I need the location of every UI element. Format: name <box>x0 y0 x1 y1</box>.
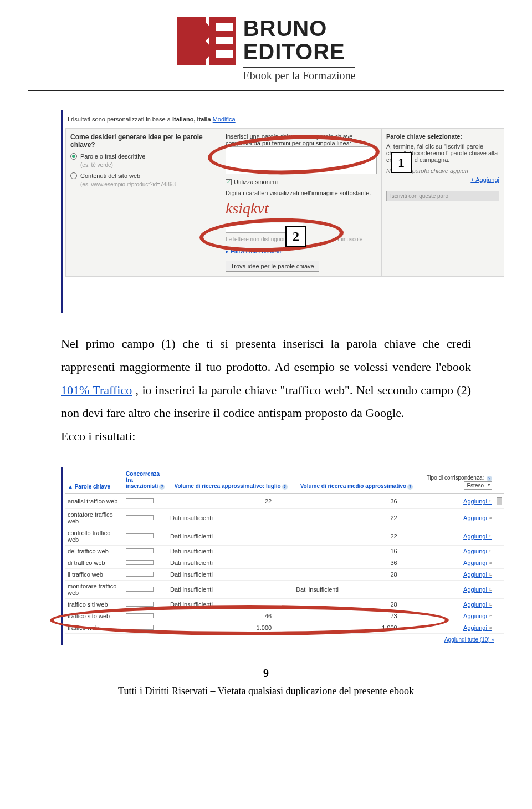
radio-icon <box>70 172 77 179</box>
copyright-text: Tutti i Diritti Riservati – Vietata qual… <box>0 685 532 697</box>
screenshot-results-table: ▲ Parole chiave Concorrenza tra inserzio… <box>61 467 504 645</box>
add-keyword-link[interactable]: Aggiungi ≈ <box>420 557 494 568</box>
vol-july-cell: Dati insufficienti <box>168 508 294 527</box>
help-icon[interactable]: ? <box>282 484 288 490</box>
add-keyword-link[interactable]: Aggiungi ≈ <box>420 580 494 598</box>
competition-cell <box>124 568 168 580</box>
scrollbar-track[interactable] <box>494 493 504 509</box>
competition-cell <box>124 580 168 598</box>
find-ideas-button[interactable]: Trova idee per le parole chiave <box>226 261 319 272</box>
scrollbar-track[interactable] <box>494 508 504 527</box>
keyword-cell: traffico web <box>65 622 124 633</box>
keyword-cell: traffico siti web <box>65 598 124 610</box>
synonyms-checkbox[interactable]: Utilizza sinonimi <box>226 179 377 185</box>
help-icon[interactable]: ? <box>407 484 413 490</box>
captcha-note-suffix: minuscole <box>337 236 362 242</box>
brand-line1: BRUNO <box>243 17 356 40</box>
competition-cell <box>124 493 168 509</box>
match-type-select[interactable]: Esteso <box>464 481 492 490</box>
vol-avg-cell: 22 <box>294 527 420 545</box>
keyword-cell: di traffico web <box>65 557 124 568</box>
scrollbar-track[interactable] <box>494 610 504 622</box>
vol-july-cell: 22 <box>168 493 294 509</box>
add-keyword-link[interactable]: Aggiungi ≈ <box>420 610 494 622</box>
personalization-prefix: I risultati sono personalizzati in base … <box>68 116 172 123</box>
input-instructions: Inserisci una parola chiave o una parola… <box>226 133 377 146</box>
vol-avg-cell: 73 <box>294 610 420 622</box>
table-row: del traffico webDati insufficienti16Aggi… <box>65 545 504 557</box>
scrollbar-track[interactable] <box>494 545 504 557</box>
competition-cell <box>124 610 168 622</box>
competition-cell <box>124 508 168 527</box>
para-segment-1: Nel primo campo (1) che ti si presenta i… <box>61 337 471 374</box>
keyword-method-panel: Come desideri generare idee per le parol… <box>65 128 221 277</box>
table-row: traffico web1.0001.000Aggiungi ≈ <box>65 622 504 633</box>
radio1-hint: (es. tè verde) <box>80 162 216 168</box>
scrollbar-track[interactable] <box>494 622 504 633</box>
screenshot-keyword-tool: I risultati sono personalizzati in base … <box>61 110 504 313</box>
header: BRUNO EDITORE Ebook per la Formazione <box>0 0 532 90</box>
scrollbar-track[interactable] <box>494 568 504 580</box>
page-number: 9 <box>0 667 532 680</box>
vol-july-cell: Dati insufficienti <box>168 568 294 580</box>
scrollbar-track[interactable] <box>494 580 504 598</box>
add-keyword-link[interactable]: Aggiungi ≈ <box>420 568 494 580</box>
add-keyword-link[interactable]: Aggiungi ≈ <box>420 598 494 610</box>
personalization-locale: Italiano, Italia <box>172 116 211 123</box>
brand-tagline: Ebook per la Formazione <box>243 67 356 82</box>
table-row: analisi traffico web2236Aggiungi ≈ <box>65 493 504 509</box>
para-results-intro: Ecco i risultati: <box>61 429 135 443</box>
add-keyword-link[interactable]: Aggiungi ≈ <box>420 527 494 545</box>
radio-label: Contenuti del sito web <box>80 172 140 179</box>
table-row: traffico sito web4673Aggiungi ≈ <box>65 610 504 622</box>
vol-avg-cell: 16 <box>294 545 420 557</box>
scrollbar-track[interactable] <box>494 527 504 545</box>
table-row: traffico siti webDati insufficienti28Agg… <box>65 598 504 610</box>
subscribe-button[interactable]: Iscriviti con queste paro <box>386 191 499 201</box>
add-keyword-link[interactable]: Aggiungi ≈ <box>420 622 494 633</box>
radio-descriptive-phrases[interactable]: Parole o frasi descrittive <box>70 153 216 160</box>
add-link[interactable]: + Aggiungi <box>386 176 499 183</box>
add-keyword-link[interactable]: Aggiungi ≈ <box>420 545 494 557</box>
table-row: il traffico webDati insufficienti28Aggiu… <box>65 568 504 580</box>
vol-avg-cell: 28 <box>294 598 420 610</box>
filter-results-link[interactable]: ▸ Filtra i miei risultati <box>226 248 377 255</box>
add-keyword-link[interactable]: Aggiungi ≈ <box>420 493 494 509</box>
vol-july-cell: 46 <box>168 610 294 622</box>
checkbox-icon <box>226 179 232 185</box>
help-icon[interactable]: ? <box>487 476 492 481</box>
keyword-textarea[interactable] <box>226 146 377 174</box>
keyword-cell: il traffico web <box>65 568 124 580</box>
scrollbar-track[interactable] <box>494 598 504 610</box>
keyword-cell: controllo traffico web <box>65 527 124 545</box>
captcha-image: ksiqkvt <box>226 196 377 221</box>
vol-july-cell: Dati insufficienti <box>168 580 294 598</box>
vol-avg-cell: 36 <box>294 493 420 509</box>
keyword-cell: monitorare traffico web <box>65 580 124 598</box>
scrollbar-track[interactable] <box>494 557 504 568</box>
keyword-cell: analisi traffico web <box>65 493 124 509</box>
table-row: monitorare traffico webDati insufficient… <box>65 580 504 598</box>
vol-avg-cell: 1.000 <box>294 622 420 633</box>
scroll-thumb[interactable] <box>497 497 502 505</box>
add-keyword-link[interactable]: Aggiungi ≈ <box>420 508 494 527</box>
col-header-vol-july[interactable]: Volume di ricerca approssimativo: luglio… <box>168 467 294 493</box>
add-all-link[interactable]: Aggiungi tutte (10) » <box>444 637 494 643</box>
vol-avg-cell: 28 <box>294 568 420 580</box>
vol-july-cell: 1.000 <box>168 622 294 633</box>
brand-line2: EDITORE <box>243 40 356 63</box>
ebook-link[interactable]: 101% Traffico <box>61 383 132 397</box>
col-header-competition[interactable]: Concorrenza tra inserzionisti? <box>124 467 168 493</box>
vol-july-cell: Dati insufficienti <box>168 557 294 568</box>
col-header-keyword[interactable]: ▲ Parole chiave <box>65 467 124 493</box>
col-header-vol-avg[interactable]: Volume di ricerca medio approssimativo? <box>294 467 420 493</box>
modify-link[interactable]: Modifica <box>213 116 236 123</box>
competition-cell <box>124 598 168 610</box>
radio-label: Parole o frasi descrittive <box>80 153 145 160</box>
selected-title: Parole chiave selezionate: <box>386 133 499 140</box>
scrollbar-track[interactable] <box>494 467 504 493</box>
vol-july-cell: Dati insufficienti <box>168 527 294 545</box>
help-icon[interactable]: ? <box>159 484 165 490</box>
radio-site-content[interactable]: Contenuti del sito web <box>70 172 216 179</box>
vol-july-cell: Dati insufficienti <box>168 545 294 557</box>
